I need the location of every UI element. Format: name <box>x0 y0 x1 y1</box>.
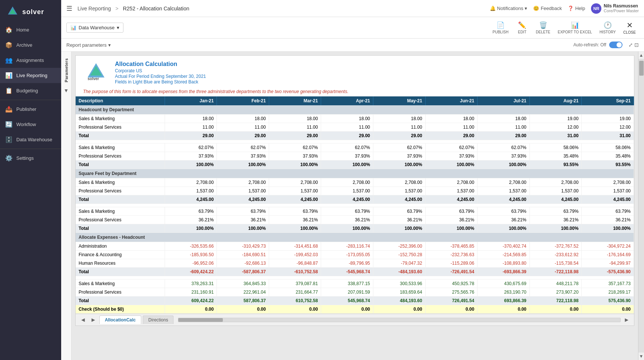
help-button[interactable]: ❓ Help <box>568 6 585 11</box>
cell-value: 11.00 <box>478 123 530 132</box>
cell-label: Total <box>76 224 165 233</box>
right-scrollbar[interactable]: ▲ ▼ <box>638 52 644 360</box>
report-date: Actual For Period Ending September 30, 2… <box>115 74 627 79</box>
export-to-excel-button[interactable]: 📊 EXPORT TO EXCEL <box>555 20 595 36</box>
parameters-tab[interactable]: Parameters <box>63 55 70 85</box>
report-area[interactable]: solver Allocation Calculation Corporate … <box>72 52 638 360</box>
table-row: Allocate Expenses - Headcount <box>76 233 634 242</box>
edit-button[interactable]: ✏️ EDIT <box>513 20 531 36</box>
cell-label: Sales & Marketing <box>76 143 165 152</box>
table-row: Headcount by Department <box>76 105 634 115</box>
notifications-button[interactable]: 🔔 Notifications ▾ <box>490 6 528 11</box>
cell-value: 2,708.00 <box>165 178 217 187</box>
cell-value: 12.00 <box>582 123 634 132</box>
delete-button[interactable]: 🗑️ DELETE <box>533 20 553 36</box>
cell-value: -89,796.95 <box>321 259 373 268</box>
user-info[interactable]: NR Nils Rasmussen Core/Power Master <box>591 3 639 14</box>
auto-refresh-label: Auto-refresh: Off <box>574 42 606 47</box>
cell-value: 37.93% <box>425 152 478 161</box>
sidebar-item-assignments[interactable]: 👥 Assignments <box>0 53 61 68</box>
data-warehouse-button[interactable]: 📊 Data Warehouse ▾ <box>66 23 123 33</box>
cell-value: 100.00% <box>425 161 478 169</box>
tab-next-button[interactable]: ► <box>89 316 98 324</box>
sidebar-label-archive: Archive <box>16 42 32 48</box>
cell-value: -252,396.00 <box>373 242 426 251</box>
params-bar: Report parameters ▾ Auto-refresh: Off ⤢ … <box>61 39 644 52</box>
cell-value: 63.79% <box>321 207 373 216</box>
cell-value: 100.00% <box>373 224 426 233</box>
cell-value: 18.00 <box>425 115 478 123</box>
sidebar-item-publisher[interactable]: 📤 Publisher <box>0 102 61 117</box>
cell-value: 12.00 <box>529 123 582 132</box>
cell-value: 1,537.00 <box>425 187 478 195</box>
feedback-button[interactable]: 😊 Feedback <box>533 6 562 11</box>
sidebar-item-data-warehouse[interactable]: 🗄️ Data Warehouse <box>0 132 61 147</box>
cell-value: 100.00% <box>321 161 373 169</box>
cell-value: -108,893.80 <box>478 259 530 268</box>
delete-label: DELETE <box>536 30 550 34</box>
breadcrumb-parent[interactable]: Live Reporting <box>77 6 111 11</box>
sheet-tab-directions[interactable]: Directions <box>143 316 174 324</box>
sheet-tab-allocation-calc[interactable]: AllocationCalc <box>99 316 141 324</box>
close-button[interactable]: ✕ CLOSE <box>620 19 639 36</box>
cell-value: 1,537.00 <box>217 187 269 195</box>
cell-value: 610,752.58 <box>269 297 321 305</box>
col-jul21: Jul-21 <box>478 96 530 105</box>
data-warehouse-btn-label: Data Warehouse <box>79 25 115 30</box>
cell-value: 18.00 <box>321 115 373 123</box>
sidebar-item-workflow[interactable]: 🔄 Workflow <box>0 117 61 132</box>
table-row: Total4,245.004,245.004,245.004,245.004,2… <box>76 195 634 204</box>
cell-label: Sales & Marketing <box>76 178 165 187</box>
expand-icon[interactable]: ⤢ <box>628 42 633 48</box>
cell-value: 4,245.00 <box>582 195 634 204</box>
cell-value: -115,289.06 <box>425 259 478 268</box>
cell-value: 63.79% <box>529 207 582 216</box>
avatar: NR <box>591 3 601 14</box>
cell-value: 35.48% <box>582 152 634 161</box>
sidebar-item-budgeting[interactable]: 📋 Budgeting <box>0 83 61 98</box>
cell-label: Total <box>76 268 165 276</box>
cell-value: -176,164.69 <box>582 251 634 259</box>
scroll-down-arrow[interactable]: ▼ <box>638 353 644 360</box>
cell-value: 19.00 <box>582 115 634 123</box>
table-row <box>76 204 634 207</box>
cell-label: Professional Services <box>76 152 165 161</box>
svg-text:solver: solver <box>87 76 99 81</box>
settings-icon: ⚙️ <box>5 155 13 162</box>
sidebar-item-settings[interactable]: ⚙️ Settings <box>0 151 61 166</box>
col-apr21: Apr-21 <box>321 96 373 105</box>
filter-icon[interactable]: ▼ <box>64 87 69 93</box>
export-excel-icon: 📊 <box>571 21 579 29</box>
cell-value: 11.00 <box>269 123 321 132</box>
collapse-icon[interactable]: ⊡ <box>634 42 639 48</box>
edit-icon: ✏️ <box>518 21 526 29</box>
report-params-toggle[interactable]: Report parameters ▾ <box>66 42 111 48</box>
cell-value: 587,806.37 <box>217 297 269 305</box>
report-description: The purpose of this form is to allocate … <box>76 87 634 96</box>
sidebar-item-home[interactable]: 🏠 Home <box>0 22 61 37</box>
tab-scrollbar[interactable] <box>178 318 621 322</box>
cell-value: 37.93% <box>373 152 426 161</box>
toolbar: 📊 Data Warehouse ▾ 📄 PUBLISH ✏️ EDIT 🗑️ … <box>61 17 644 39</box>
sidebar-item-live-reporting[interactable]: 📊 Live Reporting <box>0 68 61 83</box>
history-button[interactable]: 🕐 HISTORY <box>597 20 619 36</box>
scroll-up-arrow[interactable]: ▲ <box>638 52 644 59</box>
cell-value: 273,907.20 <box>529 288 582 297</box>
cell-value: 2,708.00 <box>373 178 426 187</box>
publisher-icon: 📤 <box>5 106 13 113</box>
publish-button[interactable]: 📄 PUBLISH <box>490 20 512 36</box>
auto-refresh-toggle[interactable] <box>609 42 622 48</box>
hamburger-icon[interactable]: ☰ <box>66 4 72 13</box>
sidebar-item-archive[interactable]: 📦 Archive <box>0 37 61 53</box>
user-full-name: Nils Rasmussen <box>604 3 639 9</box>
cell-label: Professional Services <box>76 288 165 297</box>
archive-icon: 📦 <box>5 42 13 49</box>
col-feb21: Feb-21 <box>217 96 269 105</box>
cell-value: 29.00 <box>321 132 373 140</box>
scroll-track[interactable] <box>638 59 644 353</box>
cell-value: 62.07% <box>217 143 269 152</box>
tab-end-button[interactable]: ► <box>622 316 631 324</box>
cell-value: -722,118.98 <box>529 268 582 276</box>
tab-prev-button[interactable]: ◄ <box>79 316 87 324</box>
cell-value: 100.00% <box>165 161 217 169</box>
